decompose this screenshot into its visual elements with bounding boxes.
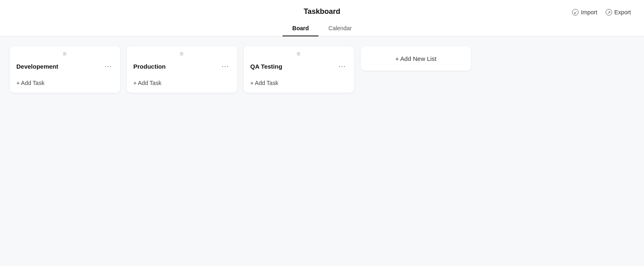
header-actions: ↙ Import ↗ Export <box>572 9 631 16</box>
import-button[interactable]: ↙ Import <box>572 9 597 16</box>
list-header-development: Developement ··· <box>10 60 120 76</box>
tab-board[interactable]: Board <box>283 21 319 36</box>
list-menu-development[interactable]: ··· <box>103 62 114 71</box>
drag-handle-production[interactable]: ≡ <box>127 46 237 60</box>
list-title-development: Developement <box>16 63 58 70</box>
list-production: ≡ Production ··· + Add Task <box>127 46 237 93</box>
tab-calendar[interactable]: Calendar <box>319 21 361 36</box>
add-new-list-button[interactable]: + Add New List <box>361 46 471 71</box>
export-icon: ↗ <box>606 9 612 16</box>
page-title: Taskboard <box>304 7 341 16</box>
list-menu-production[interactable]: ··· <box>220 62 231 71</box>
export-button[interactable]: ↗ Export <box>606 9 631 16</box>
list-title-production: Production <box>133 63 166 70</box>
header: Taskboard ↙ Import ↗ Export Board Calend… <box>0 0 644 36</box>
list-menu-qa-testing[interactable]: ··· <box>337 62 348 71</box>
import-icon: ↙ <box>572 9 579 16</box>
drag-handle-development[interactable]: ≡ <box>10 46 120 60</box>
list-title-qa-testing: QA Testing <box>250 63 282 70</box>
list-qa-testing: ≡ QA Testing ··· + Add Task <box>244 46 354 93</box>
add-task-production[interactable]: + Add Task <box>127 76 237 93</box>
add-task-development[interactable]: + Add Task <box>10 76 120 93</box>
list-header-qa-testing: QA Testing ··· <box>244 60 354 76</box>
board-area: ≡ Developement ··· + Add Task ≡ Producti… <box>0 36 644 103</box>
list-header-production: Production ··· <box>127 60 237 76</box>
list-development: ≡ Developement ··· + Add Task <box>10 46 120 93</box>
add-task-qa-testing[interactable]: + Add Task <box>244 76 354 93</box>
add-new-list-label: + Add New List <box>395 55 436 62</box>
drag-handle-qa-testing[interactable]: ≡ <box>244 46 354 60</box>
tabs: Board Calendar <box>283 21 361 36</box>
